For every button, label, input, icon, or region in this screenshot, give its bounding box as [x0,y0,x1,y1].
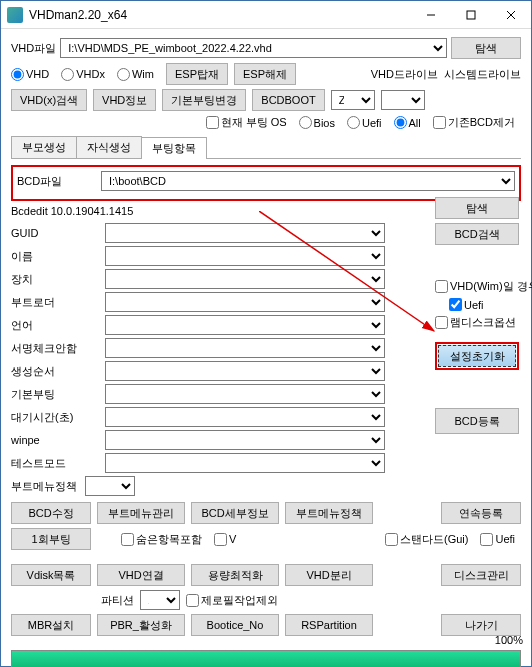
guid-label: GUID [11,227,101,239]
v-check[interactable]: V [214,533,236,546]
cont-register-button[interactable]: 연속등록 [441,502,521,524]
winpe-label: winpe [11,434,101,446]
waitsec-select[interactable] [105,407,385,427]
bootmenu-policy-select[interactable] [85,476,135,496]
one-boot-button[interactable]: 1회부팅 [11,528,91,550]
tab-boot-item[interactable]: 부팅항목 [141,137,207,159]
progress-percent: 100% [495,634,523,646]
bootloader-label: 부트로더 [11,295,101,310]
testmode-label: 테스트모드 [11,456,101,471]
vhd-info-button[interactable]: VHD정보 [93,89,156,111]
partition-label: 파티션 [101,593,134,608]
drive-z-select[interactable]: Z: [331,90,375,110]
sysdrive-label: 시스템드라이브 [444,67,521,82]
bootmenu-policy-button[interactable]: 부트메뉴정책 [285,502,373,524]
radio-vhdx[interactable]: VHDx [61,68,105,81]
name-select[interactable] [105,246,385,266]
basicboot-select[interactable] [105,384,385,404]
vhd-file-select[interactable]: I:\VHD\MDS_PE_wimboot_2022.4.22.vhd [60,38,447,58]
exclude-zero-check[interactable]: 제로필작업제외 [186,593,278,608]
vhd-wim-case-check[interactable]: VHD(Wim)일 경우 [435,279,513,294]
bootice-button[interactable]: Bootice_No [191,614,279,636]
uefi-check[interactable]: Uefi [449,298,513,311]
bcd-file-select[interactable]: I:\boot\BCD [101,171,515,191]
browse-vhd-button[interactable]: 탐색 [451,37,521,59]
device-label: 장치 [11,272,101,287]
order-select[interactable] [105,361,385,381]
winpe-select[interactable] [105,430,385,450]
exit-button[interactable]: 나가기 [441,614,521,636]
bcd-file-highlight-box: BCD파일 I:\boot\BCD [11,165,521,201]
bcd-search-button[interactable]: BCD검색 [435,223,519,245]
reset-settings-button[interactable]: 설정초기화 [438,345,516,367]
mbr-button[interactable]: MBR설치 [11,614,91,636]
app-icon [7,7,23,23]
bootloader-select[interactable] [105,292,385,312]
vhd-connect-button[interactable]: VHD연결 [97,564,185,586]
hide-item-check[interactable]: 숨은항목포함 [121,532,202,547]
language-select[interactable] [105,315,385,335]
bcd-detail-button[interactable]: BCD세부정보 [191,502,279,524]
current-boot-os-check[interactable]: 현재 부팅 OS [206,115,287,130]
order-label: 생성순서 [11,364,101,379]
bootmenu-mgmt-button[interactable]: 부트메뉴관리 [97,502,185,524]
standard-gui-check[interactable]: 스탠다드(Gui) [385,532,468,547]
bcd-edit-button[interactable]: BCD수정 [11,502,91,524]
tab-parent[interactable]: 부모생성 [11,136,77,158]
bcd-file-label: BCD파일 [17,174,97,189]
uefi2-check[interactable]: Uefi [480,533,515,546]
radio-wim[interactable]: Wim [117,68,154,81]
ramdisc-check[interactable]: 램디스크옵션 [435,315,513,330]
svg-rect-1 [467,11,475,19]
waitsec-label: 대기시간(초) [11,410,101,425]
radio-vhd[interactable]: VHD [11,68,49,81]
window-title: VHDman2.20_x64 [29,8,411,22]
signcheck-select[interactable] [105,338,385,358]
reset-settings-highlight: 설정초기화 [435,342,519,370]
guid-select[interactable] [105,223,385,243]
remove-bcd-check[interactable]: 기존BCD제거 [433,115,515,130]
language-label: 언어 [11,318,101,333]
basicboot-label: 기본부팅 [11,387,101,402]
rspartition-button[interactable]: RSPartition [285,614,373,636]
radio-uefi[interactable]: Uefi [347,116,382,129]
basic-boot-change-button[interactable]: 기본부팅변경 [162,89,246,111]
esp-release-button[interactable]: ESP해제 [234,63,296,85]
device-select[interactable] [105,269,385,289]
drive-sys-select[interactable] [381,90,425,110]
pbr-button[interactable]: PBR_활성화 [97,614,185,636]
minimize-button[interactable] [411,1,451,29]
bcd-register-button[interactable]: BCD등록 [435,408,519,434]
tab-child[interactable]: 자식생성 [76,136,142,158]
vdisk-list-button[interactable]: Vdisk목록 [11,564,91,586]
disk-mgmt-button[interactable]: 디스크관리 [441,564,521,586]
partition-select[interactable]: 1 [140,590,180,610]
bcd-browse-button[interactable]: 탐색 [435,197,519,219]
esp-mount-button[interactable]: ESP탑재 [166,63,228,85]
testmode-select[interactable] [105,453,385,473]
capacity-opt-button[interactable]: 용량최적화 [191,564,279,586]
name-label: 이름 [11,249,101,264]
radio-all[interactable]: All [394,116,421,129]
titlebar: VHDman2.20_x64 [1,1,531,29]
tabs: 부모생성 자식생성 부팅항목 [11,136,521,159]
signcheck-label: 서명체크안함 [11,341,101,356]
vhdx-search-button[interactable]: VHD(x)검색 [11,89,87,111]
bootmenu-policy-label: 부트메뉴정책 [11,479,81,494]
vhd-split-button[interactable]: VHD분리 [285,564,373,586]
maximize-button[interactable] [451,1,491,29]
vhd-file-label: VHD파일 [11,41,56,56]
close-button[interactable] [491,1,531,29]
vhddrive-label: VHD드라이브 [371,67,438,82]
progress-bar [11,650,521,667]
bcdboot-button[interactable]: BCDBOOT [252,89,324,111]
radio-bios[interactable]: Bios [299,116,335,129]
